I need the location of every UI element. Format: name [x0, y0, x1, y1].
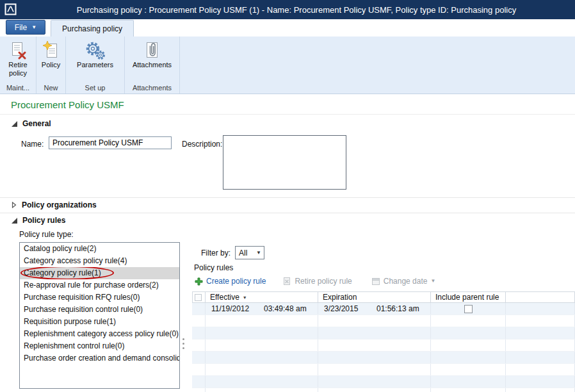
column-header-expiration[interactable]: Expiration: [318, 291, 431, 303]
row-selector-cell[interactable]: [192, 303, 206, 314]
titlebar[interactable]: Purchasing policy : Procurement Policy U…: [0, 0, 575, 19]
splitter-handle[interactable]: [182, 338, 184, 349]
policy-rule-type-item[interactable]: Purchase order creation and demand conso…: [20, 352, 179, 364]
column-header-include-parent-rule[interactable]: Include parent rule: [431, 291, 506, 303]
filler-cell: [506, 352, 575, 363]
expiration-date: 3/23/2015: [324, 304, 377, 313]
filler-cell: [506, 303, 575, 314]
include-parent-rule-cell: [431, 376, 506, 388]
form-caption-bar: Procurement Policy USMF: [0, 95, 575, 115]
ribbon-group-new: Policy New: [36, 37, 66, 94]
section-header-policy-rules[interactable]: Policy rules: [12, 216, 65, 225]
page-title: Procurement Policy USMF: [11, 99, 124, 110]
expiration-cell: [318, 388, 431, 392]
effective-cell: 11/19/201203:49:48 am: [206, 303, 318, 314]
policy-rule-type-label: Policy rule type:: [19, 230, 74, 239]
empty-grid-row: [192, 352, 575, 364]
retire-policy-icon: [7, 40, 29, 61]
toolbar-label: Retire policy rule: [295, 277, 352, 286]
policy-rule-type-item-label: Replenishment category access policy rul…: [24, 329, 179, 338]
column-header-filler: [506, 291, 575, 303]
attachments-button[interactable]: Attachments: [131, 39, 174, 70]
name-label: Name:: [21, 140, 44, 149]
empty-grid-row: [192, 315, 575, 327]
include-parent-rule-cell: [431, 352, 506, 363]
retire-policy-rule-button[interactable]: Retire policy rule: [282, 277, 352, 286]
policy-rule-type-item-label: Requisition purpose rule(1): [24, 317, 116, 326]
ribbon: Retire policy Maint...: [0, 37, 575, 94]
create-policy-rule-button[interactable]: Create policy rule: [195, 277, 266, 286]
effective-cell: [206, 327, 318, 339]
effective-cell: [206, 376, 318, 388]
tab-label: Purchasing policy: [62, 24, 122, 33]
effective-cell: [206, 364, 318, 375]
change-date-button[interactable]: Change date ▼: [371, 277, 436, 286]
policy-rule-type-item[interactable]: Category policy rule(1): [20, 267, 179, 279]
row-selector-cell: [192, 352, 206, 363]
attachments-paperclip-icon: [141, 40, 163, 61]
include-parent-rule-checkbox[interactable]: [464, 305, 473, 313]
section-header-general[interactable]: General: [12, 119, 51, 128]
parameters-button[interactable]: Parameters: [75, 39, 115, 70]
policy-rule-type-list[interactable]: Catalog policy rule(2)Category access po…: [19, 242, 180, 389]
name-input[interactable]: [49, 136, 172, 149]
effective-date: 11/19/2012: [211, 304, 264, 313]
row-selector-cell: [192, 364, 206, 375]
grid-header-row: Effective ▼ Expiration Include parent ru…: [192, 291, 575, 303]
ribbon-group-label: Set up: [68, 83, 122, 93]
sort-filter-arrow-icon[interactable]: ▼: [243, 295, 247, 300]
include-parent-rule-cell: [431, 364, 506, 375]
policy-rule-type-item[interactable]: Re-approval rule for purchase orders(2): [20, 279, 179, 291]
policy-rule-type-item-label: Purchase requisition RFQ rules(0): [24, 293, 140, 302]
retire-policy-button[interactable]: Retire policy: [2, 39, 34, 78]
policy-rule-type-item[interactable]: Purchase requisition RFQ rules(0): [20, 291, 179, 304]
empty-grid-row: [192, 327, 575, 339]
expiration-cell: [318, 339, 431, 351]
policy-rule-type-item[interactable]: Category access policy rule(4): [20, 255, 179, 267]
policy-rule-type-item-label: Replenishment control rule(0): [24, 341, 124, 350]
filler-cell: [506, 388, 575, 392]
ribbon-button-label: Policy: [42, 61, 60, 69]
ribbon-group-set-up: Parameters Set up: [66, 37, 125, 94]
expiration-cell: 3/23/201501:56:13 am: [318, 303, 431, 314]
file-menu-button[interactable]: File ▼: [6, 20, 45, 35]
expiration-cell: [318, 364, 431, 375]
chevron-down-icon: ▼: [256, 250, 264, 256]
section-header-policy-organizations[interactable]: Policy organizations: [12, 200, 97, 209]
select-all-checkbox[interactable]: [195, 294, 202, 301]
include-parent-rule-cell: [431, 339, 506, 351]
grid-title: Policy rules: [194, 263, 233, 272]
section-divider: [0, 197, 575, 198]
select-all-cell[interactable]: [192, 291, 206, 303]
policy-rule-row[interactable]: 11/19/201203:49:48 am3/23/201501:56:13 a…: [192, 303, 575, 315]
tab-purchasing-policy[interactable]: Purchasing policy: [51, 20, 134, 37]
section-label: Policy organizations: [22, 200, 97, 209]
policy-rule-type-item[interactable]: Replenishment control rule(0): [20, 340, 179, 352]
column-header-effective[interactable]: Effective ▼: [206, 291, 318, 303]
new-policy-button[interactable]: Policy: [38, 39, 64, 70]
collapsed-triangle-icon: [12, 202, 17, 208]
include-parent-rule-cell: [431, 388, 506, 392]
empty-grid-row: [192, 364, 575, 376]
filler-cell: [506, 327, 575, 339]
window-title: Purchasing policy : Procurement Policy U…: [0, 5, 575, 15]
section-label: Policy rules: [22, 216, 65, 225]
empty-grid-row: [192, 339, 575, 352]
policy-rule-type-item[interactable]: Catalog policy rule(2): [20, 243, 179, 255]
tab-strip: File ▼ Purchasing policy: [0, 19, 575, 37]
effective-time: 03:49:48 am: [264, 304, 307, 313]
include-parent-rule-cell: [431, 315, 506, 327]
chevron-down-icon: ▼: [430, 279, 435, 284]
policy-rule-type-item[interactable]: Requisition purpose rule(1): [20, 316, 179, 328]
filler-cell: [506, 315, 575, 327]
filler-cell: [506, 376, 575, 388]
filter-dropdown[interactable]: All ▼: [235, 246, 264, 259]
policy-rules-grid: Effective ▼ Expiration Include parent ru…: [192, 291, 575, 392]
effective-cell: [206, 339, 318, 351]
ribbon-button-label: Retire policy: [4, 61, 32, 78]
description-input[interactable]: [223, 135, 346, 190]
policy-rule-type-item-label: Category access policy rule(4): [24, 256, 127, 265]
policy-rule-type-item[interactable]: Replenishment category access policy rul…: [20, 328, 179, 340]
empty-grid-row: [192, 376, 575, 388]
policy-rule-type-item[interactable]: Purchase requisition control rule(0): [20, 304, 179, 316]
